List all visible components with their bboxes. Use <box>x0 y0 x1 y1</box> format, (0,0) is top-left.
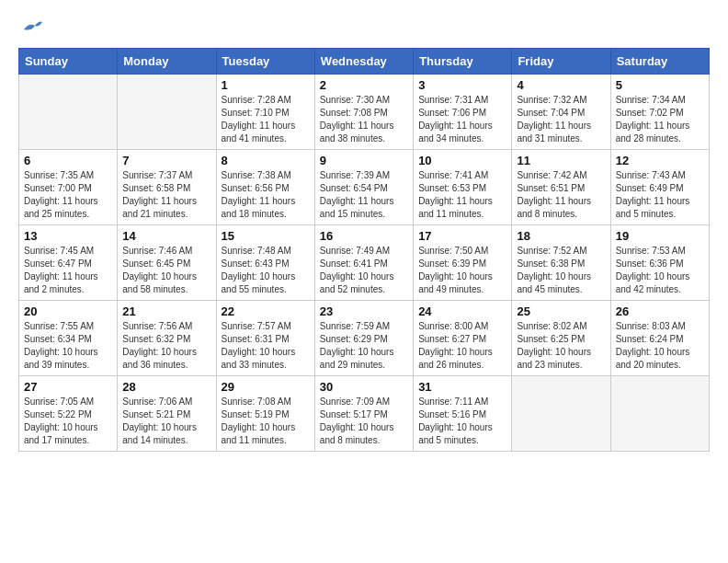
day-info: Sunrise: 7:53 AM Sunset: 6:36 PM Dayligh… <box>616 245 704 296</box>
day-number: 30 <box>320 380 408 394</box>
day-info: Sunrise: 7:11 AM Sunset: 5:16 PM Dayligh… <box>418 396 506 447</box>
day-number: 27 <box>24 380 112 394</box>
day-info: Sunrise: 7:49 AM Sunset: 6:41 PM Dayligh… <box>320 245 408 296</box>
day-number: 22 <box>222 304 310 318</box>
calendar-cell: 20Sunrise: 7:55 AM Sunset: 6:34 PM Dayli… <box>19 301 118 376</box>
day-number: 18 <box>517 229 605 243</box>
day-number: 14 <box>122 229 210 243</box>
calendar-cell: 29Sunrise: 7:08 AM Sunset: 5:19 PM Dayli… <box>216 376 314 452</box>
day-info: Sunrise: 8:02 AM Sunset: 6:25 PM Dayligh… <box>517 320 605 372</box>
calendar-cell: 4Sunrise: 7:32 AM Sunset: 7:04 PM Daylig… <box>512 75 610 150</box>
day-number: 8 <box>222 154 310 167</box>
calendar-cell: 27Sunrise: 7:05 AM Sunset: 5:22 PM Dayli… <box>19 376 118 452</box>
calendar-cell: 30Sunrise: 7:09 AM Sunset: 5:17 PM Dayli… <box>314 376 413 452</box>
calendar-cell: 1Sunrise: 7:28 AM Sunset: 7:10 PM Daylig… <box>216 75 314 150</box>
day-number: 17 <box>418 229 506 243</box>
calendar-cell <box>512 376 610 452</box>
day-info: Sunrise: 7:28 AM Sunset: 7:10 PM Dayligh… <box>222 94 310 145</box>
day-info: Sunrise: 7:09 AM Sunset: 5:17 PM Dayligh… <box>320 396 408 447</box>
day-info: Sunrise: 7:34 AM Sunset: 7:02 PM Dayligh… <box>616 94 704 145</box>
calendar-cell: 31Sunrise: 7:11 AM Sunset: 5:16 PM Dayli… <box>414 376 512 452</box>
day-number: 28 <box>122 380 210 394</box>
day-info: Sunrise: 7:35 AM Sunset: 7:00 PM Dayligh… <box>24 169 112 221</box>
day-info: Sunrise: 7:42 AM Sunset: 6:51 PM Dayligh… <box>517 169 605 221</box>
weekday-header: Monday <box>118 49 216 75</box>
calendar-cell: 22Sunrise: 7:57 AM Sunset: 6:31 PM Dayli… <box>216 301 314 376</box>
calendar-cell: 8Sunrise: 7:38 AM Sunset: 6:56 PM Daylig… <box>216 150 314 225</box>
day-number: 9 <box>320 154 408 167</box>
day-number: 23 <box>320 304 408 318</box>
calendar-cell: 3Sunrise: 7:31 AM Sunset: 7:06 PM Daylig… <box>414 75 512 150</box>
day-info: Sunrise: 7:50 AM Sunset: 6:39 PM Dayligh… <box>418 245 506 296</box>
day-number: 24 <box>418 304 506 318</box>
day-number: 13 <box>24 229 112 243</box>
weekday-header: Thursday <box>414 49 512 75</box>
day-number: 12 <box>616 154 704 167</box>
calendar-cell: 23Sunrise: 7:59 AM Sunset: 6:29 PM Dayli… <box>314 301 413 376</box>
day-number: 1 <box>222 78 310 92</box>
calendar-cell: 2Sunrise: 7:30 AM Sunset: 7:08 PM Daylig… <box>314 75 413 150</box>
day-info: Sunrise: 7:08 AM Sunset: 5:19 PM Dayligh… <box>222 396 310 447</box>
calendar-cell: 10Sunrise: 7:41 AM Sunset: 6:53 PM Dayli… <box>414 150 512 225</box>
day-number: 31 <box>418 380 506 394</box>
day-info: Sunrise: 7:45 AM Sunset: 6:47 PM Dayligh… <box>24 245 112 296</box>
day-info: Sunrise: 7:56 AM Sunset: 6:32 PM Dayligh… <box>122 320 210 372</box>
day-info: Sunrise: 7:57 AM Sunset: 6:31 PM Dayligh… <box>222 320 310 372</box>
day-info: Sunrise: 7:31 AM Sunset: 7:06 PM Dayligh… <box>418 94 506 145</box>
calendar-cell: 17Sunrise: 7:50 AM Sunset: 6:39 PM Dayli… <box>414 225 512 301</box>
logo: General Blue <box>18 18 42 33</box>
day-number: 25 <box>517 304 605 318</box>
day-number: 11 <box>517 154 605 167</box>
day-number: 2 <box>320 78 408 92</box>
day-info: Sunrise: 7:32 AM Sunset: 7:04 PM Dayligh… <box>517 94 605 145</box>
calendar-cell: 24Sunrise: 8:00 AM Sunset: 6:27 PM Dayli… <box>414 301 512 376</box>
day-info: Sunrise: 7:41 AM Sunset: 6:53 PM Dayligh… <box>418 169 506 221</box>
day-info: Sunrise: 7:43 AM Sunset: 6:49 PM Dayligh… <box>616 169 704 221</box>
day-number: 6 <box>24 154 112 167</box>
calendar-cell: 12Sunrise: 7:43 AM Sunset: 6:49 PM Dayli… <box>610 150 709 225</box>
day-info: Sunrise: 7:05 AM Sunset: 5:22 PM Dayligh… <box>24 396 112 447</box>
day-number: 3 <box>418 78 506 92</box>
day-number: 29 <box>222 380 310 394</box>
calendar-cell: 26Sunrise: 8:03 AM Sunset: 6:24 PM Dayli… <box>610 301 709 376</box>
day-info: Sunrise: 7:48 AM Sunset: 6:43 PM Dayligh… <box>222 245 310 296</box>
weekday-header: Wednesday <box>314 49 413 75</box>
day-number: 26 <box>616 304 704 318</box>
calendar-cell: 15Sunrise: 7:48 AM Sunset: 6:43 PM Dayli… <box>216 225 314 301</box>
day-number: 19 <box>616 229 704 243</box>
weekday-header: Friday <box>512 49 610 75</box>
calendar-cell: 6Sunrise: 7:35 AM Sunset: 7:00 PM Daylig… <box>19 150 118 225</box>
calendar-cell <box>118 75 216 150</box>
day-info: Sunrise: 7:37 AM Sunset: 6:58 PM Dayligh… <box>122 169 210 221</box>
day-info: Sunrise: 7:52 AM Sunset: 6:38 PM Dayligh… <box>517 245 605 296</box>
day-number: 20 <box>24 304 112 318</box>
calendar-cell: 16Sunrise: 7:49 AM Sunset: 6:41 PM Dayli… <box>314 225 413 301</box>
calendar-week-row: 13Sunrise: 7:45 AM Sunset: 6:47 PM Dayli… <box>19 225 710 301</box>
calendar-cell: 9Sunrise: 7:39 AM Sunset: 6:54 PM Daylig… <box>314 150 413 225</box>
day-info: Sunrise: 7:55 AM Sunset: 6:34 PM Dayligh… <box>24 320 112 372</box>
day-number: 21 <box>122 304 210 318</box>
calendar-header-row: SundayMondayTuesdayWednesdayThursdayFrid… <box>19 49 710 75</box>
page-header: General Blue <box>18 18 710 33</box>
day-info: Sunrise: 8:03 AM Sunset: 6:24 PM Dayligh… <box>616 320 704 372</box>
weekday-header: Sunday <box>19 49 118 75</box>
calendar-cell: 13Sunrise: 7:45 AM Sunset: 6:47 PM Dayli… <box>19 225 118 301</box>
weekday-header: Saturday <box>610 49 709 75</box>
calendar-cell: 18Sunrise: 7:52 AM Sunset: 6:38 PM Dayli… <box>512 225 610 301</box>
calendar-week-row: 20Sunrise: 7:55 AM Sunset: 6:34 PM Dayli… <box>19 301 710 376</box>
calendar-week-row: 1Sunrise: 7:28 AM Sunset: 7:10 PM Daylig… <box>19 75 710 150</box>
day-number: 7 <box>122 154 210 167</box>
calendar-cell: 7Sunrise: 7:37 AM Sunset: 6:58 PM Daylig… <box>118 150 216 225</box>
day-number: 16 <box>320 229 408 243</box>
day-number: 4 <box>517 78 605 92</box>
day-info: Sunrise: 7:38 AM Sunset: 6:56 PM Dayligh… <box>222 169 310 221</box>
day-number: 15 <box>222 229 310 243</box>
day-number: 10 <box>418 154 506 167</box>
day-number: 5 <box>616 78 704 92</box>
bird-icon <box>22 18 42 33</box>
calendar-cell: 5Sunrise: 7:34 AM Sunset: 7:02 PM Daylig… <box>610 75 709 150</box>
calendar-table: SundayMondayTuesdayWednesdayThursdayFrid… <box>18 48 710 452</box>
calendar-cell: 14Sunrise: 7:46 AM Sunset: 6:45 PM Dayli… <box>118 225 216 301</box>
calendar-cell: 11Sunrise: 7:42 AM Sunset: 6:51 PM Dayli… <box>512 150 610 225</box>
day-info: Sunrise: 7:46 AM Sunset: 6:45 PM Dayligh… <box>122 245 210 296</box>
